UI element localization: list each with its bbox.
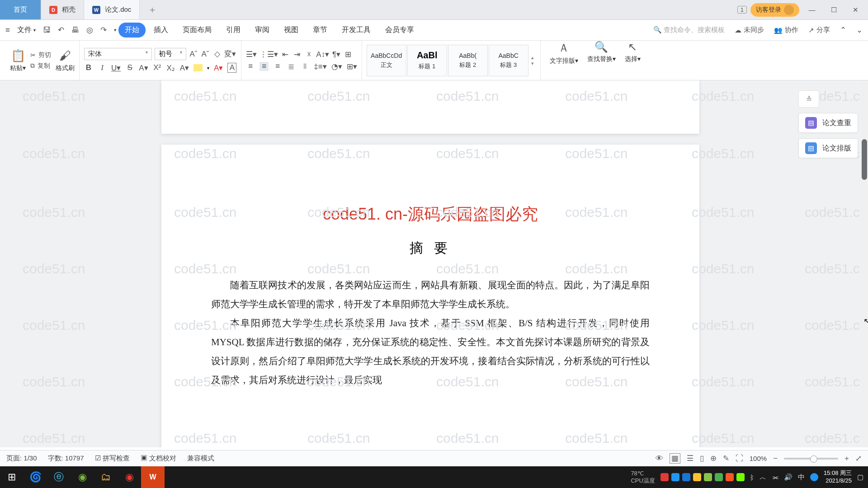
login-button[interactable]: 访客登录 — [750, 3, 799, 17]
expand-icon[interactable]: ⌃ — [840, 25, 846, 35]
menu-chapter[interactable]: 章节 — [307, 23, 334, 38]
start-button[interactable]: ⊞ — [0, 466, 24, 488]
print-icon[interactable]: 🖶 — [71, 26, 79, 35]
web-view-icon[interactable]: ⊕ — [710, 454, 717, 463]
menu-devtools[interactable]: 开发工具 — [335, 23, 377, 38]
font-effect-button[interactable]: A▾ — [139, 63, 148, 73]
borders-button[interactable]: ⊞ — [344, 50, 353, 59]
wifi-icon[interactable]: ⫘ — [772, 474, 778, 481]
menu-review[interactable]: 审阅 — [249, 23, 276, 38]
clear-format-icon[interactable]: ◇ — [212, 49, 222, 59]
line-spacing-button[interactable]: ‡≡▾ — [314, 62, 326, 71]
sync-status[interactable]: ☁未同步 — [735, 26, 764, 34]
tray-app-icon[interactable] — [810, 473, 818, 481]
search-input[interactable]: 🔍 查找命令、搜索模板 — [653, 26, 725, 34]
notifications-icon[interactable]: ▢ — [857, 473, 863, 481]
paper-format-button[interactable]: ▤论文排版 — [798, 138, 858, 158]
menu-insert[interactable]: 插入 — [147, 23, 175, 38]
border-button[interactable]: ⊞▾ — [347, 62, 357, 71]
para-marks-button[interactable]: ¶▾ — [332, 50, 341, 59]
numbering-button[interactable]: ⋮☰▾ — [259, 50, 278, 59]
paste-label[interactable]: 粘贴▾ — [10, 64, 26, 72]
tb-app-2[interactable]: ◉ — [118, 466, 141, 488]
font-name-select[interactable]: 宋体 ▾ — [84, 48, 152, 60]
style-body[interactable]: AaBbCcDd正文 — [367, 45, 406, 76]
tab-new[interactable]: ＋ — [140, 0, 165, 19]
sort-button[interactable]: ☓ — [304, 50, 313, 59]
menu-vip[interactable]: 会员专享 — [379, 23, 420, 38]
distribute-button[interactable]: ⫴ — [300, 62, 309, 71]
paste-icon[interactable]: 📋 — [12, 49, 24, 63]
grow-font-icon[interactable]: Aˆ — [189, 50, 198, 59]
close-button[interactable]: ✕ — [846, 3, 864, 17]
eye-icon[interactable]: 👁 — [656, 454, 663, 463]
undo-icon[interactable]: ↶ — [58, 25, 64, 35]
shrink-font-icon[interactable]: Aˇ — [201, 50, 210, 59]
vertical-scrollbar[interactable] — [861, 80, 868, 447]
tb-browser[interactable]: ◉ — [71, 466, 94, 488]
maximize-button[interactable]: ☐ — [825, 3, 843, 17]
read-view-icon[interactable]: ▯ — [700, 454, 704, 463]
collab-button[interactable]: 👥协作 — [774, 26, 798, 34]
tray-icons[interactable] — [660, 473, 745, 481]
save-icon[interactable]: 🖫 — [43, 26, 51, 35]
scrollbar-thumb[interactable] — [862, 139, 867, 180]
plagiarism-check-button[interactable]: ▤论文查重 — [798, 113, 858, 133]
phonetic-icon[interactable]: 変▾ — [224, 49, 236, 59]
text-direction-button[interactable]: Ａ文字排版▾ — [545, 41, 583, 80]
tb-explorer[interactable]: 🗂 — [94, 466, 118, 488]
menu-layout[interactable]: 页面布局 — [176, 23, 218, 38]
char-border-button[interactable]: A — [227, 63, 236, 73]
subscript-button[interactable]: X₂ — [166, 63, 175, 73]
find-replace-button[interactable]: 🔍查找替换▾ — [583, 41, 620, 80]
bullets-button[interactable]: ☰▾ — [246, 50, 257, 59]
style-h1[interactable]: AaBl标题 1 — [407, 45, 447, 76]
strike-button[interactable]: S — [125, 63, 134, 72]
styles-expand[interactable]: ▴▾ — [529, 45, 536, 76]
hamburger-icon[interactable]: ≡ — [5, 26, 10, 35]
outline-view-icon[interactable]: ☰ — [687, 454, 693, 463]
tab-docao[interactable]: D稻壳 — [41, 0, 84, 19]
page-view-icon[interactable]: ▦ — [670, 453, 680, 464]
dec-indent-button[interactable]: ⇤ — [281, 50, 290, 59]
shading-button[interactable]: ◔▾ — [331, 62, 342, 71]
tb-ie[interactable]: ⓔ — [47, 466, 71, 488]
justify-button[interactable]: ≣ — [287, 62, 296, 71]
font-color-button[interactable]: A▾ — [214, 63, 223, 73]
bluetooth-icon[interactable]: ᛒ — [750, 474, 754, 481]
sidepanel-toggle[interactable]: ≙ — [798, 90, 819, 108]
more-icon[interactable]: ⌄ — [856, 25, 863, 35]
menu-reference[interactable]: 引用 — [220, 23, 247, 38]
tab-document[interactable]: W论文.doc — [84, 0, 140, 19]
select-button[interactable]: ↖选择▾ — [620, 41, 645, 80]
underline-button[interactable]: U▾ — [111, 63, 121, 73]
doc-proof-button[interactable]: ▣ 文档校对 — [141, 454, 176, 463]
style-h2[interactable]: AaBb(标题 2 — [448, 45, 488, 76]
align-center-button[interactable]: ≡ — [259, 62, 269, 71]
brush-label[interactable]: 格式刷 — [56, 64, 75, 72]
line-ops-button[interactable]: A↕▾ — [316, 50, 329, 59]
zoom-out-button[interactable]: − — [773, 454, 778, 463]
volume-icon[interactable]: 🔊 — [784, 473, 793, 481]
chevron-up-icon[interactable]: ︿ — [760, 473, 766, 482]
fullscreen-icon[interactable]: ⤢ — [855, 454, 862, 463]
zoom-slider[interactable] — [784, 458, 838, 460]
page-indicator[interactable]: 页面: 1/30 — [6, 454, 37, 463]
tb-app-1[interactable]: 🌀 — [24, 466, 47, 488]
fit-icon[interactable]: ⛶ — [736, 454, 743, 463]
share-button[interactable]: ↗分享 — [808, 26, 830, 34]
text-effect-button[interactable]: A▾ — [180, 63, 189, 73]
align-right-button[interactable]: ≡ — [273, 62, 282, 71]
superscript-button[interactable]: X² — [153, 63, 162, 72]
spell-check-toggle[interactable]: ☑ 拼写检查 — [95, 454, 130, 463]
tab-home[interactable]: 首页 — [0, 0, 41, 19]
zoom-in-button[interactable]: + — [844, 454, 849, 463]
zoom-level[interactable]: 100% — [750, 455, 767, 462]
bold-button[interactable]: B — [84, 63, 93, 72]
edit-icon[interactable]: ✎ — [723, 454, 729, 463]
preview-icon[interactable]: ◎ — [86, 25, 93, 35]
highlight-button[interactable] — [193, 64, 203, 71]
dropdown-icon[interactable]: ▾ — [114, 27, 117, 33]
file-menu[interactable]: 文件 ▾ — [17, 25, 36, 35]
minimize-button[interactable]: — — [803, 3, 821, 17]
